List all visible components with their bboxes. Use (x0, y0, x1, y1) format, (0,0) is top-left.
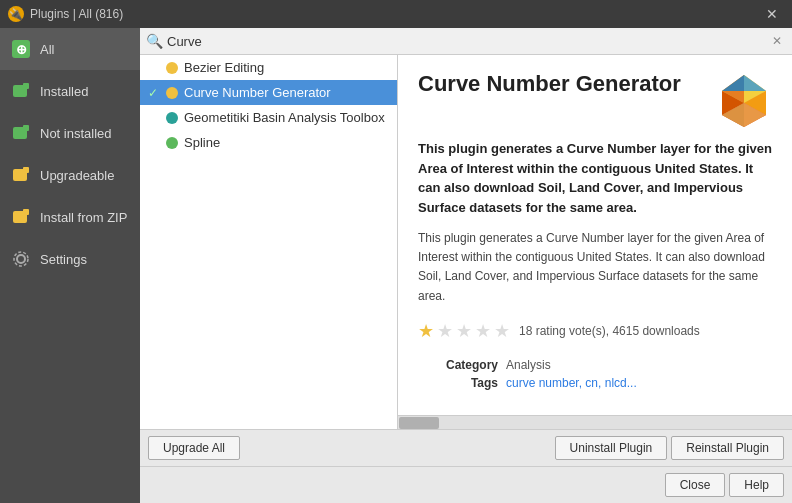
geomelet-icon (166, 112, 178, 124)
title-bar-title: Plugins | All (816) (30, 7, 123, 21)
left-buttons: Upgrade All (148, 436, 240, 460)
spline-icon (166, 137, 178, 149)
check-spline (148, 136, 160, 150)
star-3: ★ (456, 320, 472, 342)
close-window-button[interactable]: ✕ (760, 4, 784, 24)
bezier-icon (166, 62, 178, 74)
plugin-logo (716, 71, 772, 127)
tags-value: curve number, cn, nlcd... (506, 376, 637, 390)
plugin-item-curve-number[interactable]: ✓ Curve Number Generator (140, 80, 397, 105)
close-button[interactable]: Close (665, 473, 726, 497)
not-installed-icon (10, 122, 32, 144)
content-area: 🔍 ✕ Bezier Editing ✓ Curve Number Genera… (140, 28, 792, 503)
title-bar-left: 🔌 Plugins | All (816) (8, 6, 123, 22)
check-curve-number: ✓ (148, 86, 160, 100)
curve-number-icon (166, 87, 178, 99)
tags-label: Tags (418, 376, 498, 390)
plugin-item-geomelet[interactable]: Geometitiki Basin Analysis Toolbox (140, 105, 397, 130)
search-clear-button[interactable]: ✕ (768, 32, 786, 50)
svg-text:⊕: ⊕ (16, 42, 27, 57)
search-input[interactable] (167, 34, 764, 49)
plugin-item-bezier[interactable]: Bezier Editing (140, 55, 397, 80)
all-icon: ⊕ (10, 38, 32, 60)
svg-rect-5 (23, 125, 29, 131)
svg-rect-3 (23, 83, 29, 89)
settings-icon (10, 248, 32, 270)
meta-row-category: Category Analysis (418, 358, 772, 372)
search-bar: 🔍 ✕ (140, 28, 792, 55)
sidebar-item-all[interactable]: ⊕ All (0, 28, 140, 70)
plugin-description: This plugin generates a Curve Number lay… (418, 229, 772, 306)
star-rating: ★ ★ ★ ★ ★ 18 rating vote(s), 4615 downlo… (418, 320, 772, 342)
svg-rect-9 (23, 209, 29, 215)
plugin-title-area: Curve Number Generator (418, 71, 772, 127)
horizontal-scrollbar[interactable] (398, 415, 792, 429)
sidebar-item-installed[interactable]: Installed (0, 70, 140, 112)
plugin-label-bezier: Bezier Editing (184, 60, 264, 75)
plugin-label-curve-number: Curve Number Generator (184, 85, 331, 100)
plugin-label-spline: Spline (184, 135, 220, 150)
category-label: Category (418, 358, 498, 372)
star-4: ★ (475, 320, 491, 342)
plugin-item-spline[interactable]: Spline (140, 130, 397, 155)
uninstall-plugin-button[interactable]: Uninstall Plugin (555, 436, 668, 460)
install-zip-icon (10, 206, 32, 228)
upgradeable-icon (10, 164, 32, 186)
svg-point-10 (17, 255, 25, 263)
bottom-buttons-row2: Close Help (140, 466, 792, 503)
star-2: ★ (437, 320, 453, 342)
sidebar-item-not-installed[interactable]: Not installed (0, 112, 140, 154)
check-bezier (148, 61, 160, 75)
plugin-list: Bezier Editing ✓ Curve Number Generator … (140, 55, 398, 429)
plugin-summary: This plugin generates a Curve Number lay… (418, 139, 772, 217)
check-geomelet (148, 111, 160, 125)
rating-text: 18 rating vote(s), 4615 downloads (519, 324, 700, 338)
star-1: ★ (418, 320, 434, 342)
sidebar-item-install-from-zip[interactable]: Install from ZIP (0, 196, 140, 238)
plugin-detail: Curve Number Generator (398, 55, 792, 429)
sidebar-label-install-from-zip: Install from ZIP (40, 210, 127, 225)
sidebar-item-upgradeable[interactable]: Upgradeable (0, 154, 140, 196)
plugin-detail-scroll[interactable]: Curve Number Generator (398, 55, 792, 415)
app-icon: 🔌 (8, 6, 24, 22)
split-pane: Bezier Editing ✓ Curve Number Generator … (140, 55, 792, 429)
sidebar: ⊕ All Installed Not installed (0, 28, 140, 503)
plugin-label-geomelet: Geometitiki Basin Analysis Toolbox (184, 110, 385, 125)
help-button[interactable]: Help (729, 473, 784, 497)
sidebar-label-installed: Installed (40, 84, 88, 99)
sidebar-label-not-installed: Not installed (40, 126, 112, 141)
svg-marker-21 (722, 75, 744, 91)
search-icon: 🔍 (146, 33, 163, 49)
star-5: ★ (494, 320, 510, 342)
meta-row-tags: Tags curve number, cn, nlcd... (418, 376, 772, 390)
title-bar: 🔌 Plugins | All (816) ✕ (0, 0, 792, 28)
upgrade-all-button[interactable]: Upgrade All (148, 436, 240, 460)
svg-marker-20 (744, 75, 766, 91)
h-scroll-thumb[interactable] (399, 417, 439, 429)
bottom-buttons-row1: Upgrade All Uninstall Plugin Reinstall P… (140, 429, 792, 466)
sidebar-label-settings: Settings (40, 252, 87, 267)
plugin-title: Curve Number Generator (418, 71, 681, 97)
dialog-body: ⊕ All Installed Not installed (0, 28, 792, 503)
sidebar-label-upgradeable: Upgradeable (40, 168, 114, 183)
meta-table: Category Analysis Tags curve number, cn,… (418, 358, 772, 390)
svg-rect-7 (23, 167, 29, 173)
category-value: Analysis (506, 358, 551, 372)
sidebar-item-settings[interactable]: Settings (0, 238, 140, 280)
installed-icon (10, 80, 32, 102)
sidebar-label-all: All (40, 42, 54, 57)
right-buttons: Uninstall Plugin Reinstall Plugin (555, 436, 784, 460)
reinstall-plugin-button[interactable]: Reinstall Plugin (671, 436, 784, 460)
